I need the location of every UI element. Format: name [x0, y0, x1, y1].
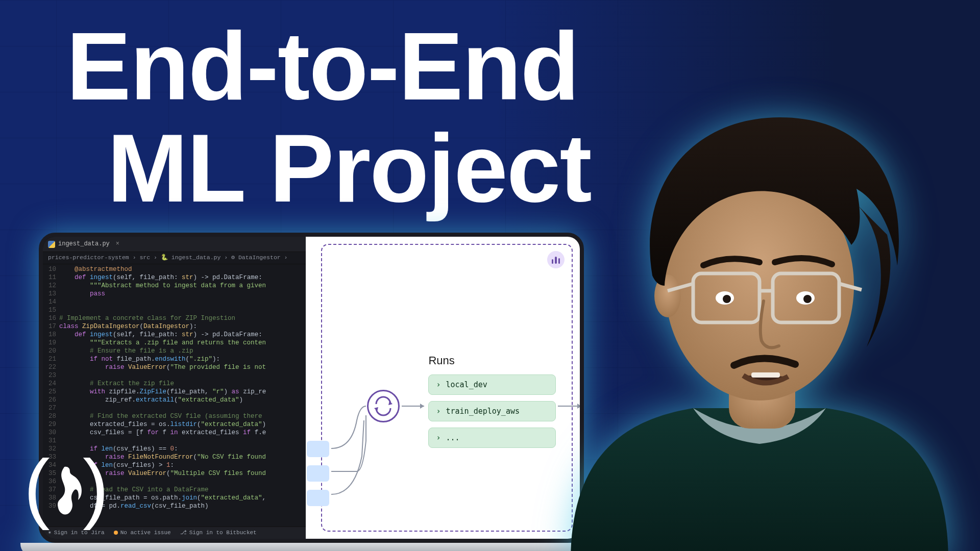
title-line2: ML Project — [107, 117, 591, 219]
svg-rect-15 — [751, 372, 780, 378]
laptop: ingest_data.py × prices-predictor-system… — [36, 230, 587, 551]
thumbnail-title: End-to-End ML Project — [66, 15, 591, 219]
chevron-right-icon: › — [436, 407, 440, 416]
editor-filename: ingest_data.py — [58, 240, 110, 248]
status-issue[interactable]: No active issue — [114, 529, 171, 536]
breadcrumb[interactable]: prices-predictor-system › src › 🐍 ingest… — [43, 252, 306, 264]
title-line1: End-to-End — [66, 15, 591, 117]
laptop-screen: ingest_data.py × prices-predictor-system… — [39, 233, 584, 543]
svg-point-14 — [803, 295, 812, 303]
pipeline-diagram: Runs ›local_dev ›train_deploy_aws ›... — [306, 237, 580, 539]
run-item[interactable]: ›local_dev — [428, 374, 556, 395]
runs-title: Runs — [428, 354, 556, 367]
run-item[interactable]: ›train_deploy_aws — [428, 401, 556, 421]
svg-point-13 — [723, 295, 731, 303]
run-item[interactable]: ›... — [428, 428, 556, 448]
runs-panel: Runs ›local_dev ›train_deploy_aws ›... — [428, 354, 556, 454]
svg-text:(: ( — [24, 445, 50, 530]
python-icon — [48, 241, 55, 248]
laptop-base — [20, 543, 602, 551]
svg-marker-1 — [420, 404, 424, 409]
editor-tab[interactable]: ingest_data.py × — [43, 237, 306, 252]
chevron-right-icon: › — [436, 433, 440, 442]
freecodecamp-logo: ( ) — [18, 445, 110, 537]
close-icon[interactable]: × — [116, 240, 119, 248]
presenter-photo — [540, 82, 974, 551]
status-bitbucket[interactable]: ⎇ Sign in to Bitbucket — [180, 529, 257, 536]
chevron-right-icon: › — [436, 380, 440, 389]
svg-text:): ) — [83, 445, 109, 530]
